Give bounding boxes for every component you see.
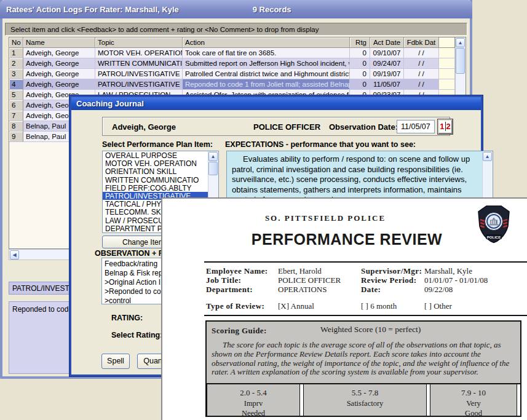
ratees-titlebar[interactable]: Ratees' Action Logs For Rater: Marshall,… [0,0,472,18]
document-title: PERFORMANCE REVIEW [248,231,445,248]
scroll-up-icon[interactable]: ▲ [483,152,492,161]
filler-cell [439,79,455,90]
action-cell: Submitted report on Jefferson High Schoo… [183,58,350,69]
window-performance-review: SO. PITTSFIELD POLICE PERFORMANCE REVIEW… [161,197,527,420]
observation-date-input[interactable]: 11/05/07 [397,120,435,133]
info-value: OPERATIONS [278,285,327,295]
fdbk-date-cell: / / [404,48,439,58]
score-range-cell: 7.9 - 10VeryGood [430,384,517,416]
name-cell: Adveigh, George [23,79,95,90]
info-label: Review Period: [361,275,416,285]
desktop: Ratees' Action Logs For Rater: Marshall,… [0,0,527,420]
badge-banner-text: POLICE [487,236,501,239]
rating-cell: 0 [350,69,370,79]
info-value: POLICE OFFICER [278,275,341,285]
rating-cell: 0 [350,48,370,58]
table-row[interactable]: 1Adveigh, GeorgeMOTOR VEH. OPERATIONTook… [9,48,455,58]
info-label: Job Title: [206,275,241,285]
info-value: 09/22/08 [424,285,453,295]
row-number-cell: 1 [9,48,23,58]
instruction-bar: Select item and click <Feedback> to add … [5,23,467,36]
filler-cell [439,69,455,79]
name-cell: Adveigh, George [23,58,95,69]
divider-line [204,261,527,263]
scroll-thumb[interactable] [208,162,218,175]
column-header[interactable]: Act Date [370,38,404,48]
type-option-other: [ ] Other [424,301,452,311]
table-row[interactable]: 2Adveigh, GeorgeWRITTEN COMMUNICATIOSubm… [9,58,455,69]
calendar-digit-1: 1 [440,122,444,131]
info-value: 01/01/07 - 01/01/08 [424,275,488,285]
spell-button[interactable]: Spell [101,354,130,369]
name-cell: Adveigh, George [23,48,95,58]
weighted-score-label: Weighted Score (10 = perfect) [320,325,421,335]
organization-name: SO. PITTSFIELD POLICE [242,213,408,223]
score-range-value: 2.0 - 5.4 [207,388,299,398]
rating-label: RATING: [111,314,143,322]
table-header-row: NoNameTopicActionRtgAct DateFdbk Dat [9,38,455,48]
filler-cell [439,48,455,58]
police-badge-icon: POLICE [473,205,515,245]
type-of-review-label: Type of Review: [206,301,264,311]
row-number-cell: 4 [9,79,23,90]
column-header[interactable]: Fdbk Dat [404,38,439,48]
act-date-cell: 09/19/07 [370,69,404,79]
table-row[interactable]: 4Adveigh, GeorgePATROL/INVESTIGATIVERepo… [9,79,455,90]
type-of-review-row: Type of Review: [X] Annual [ ] 6 month [… [206,301,526,311]
coaching-journal-title: Coaching Journal [76,99,144,108]
scroll-up-icon[interactable]: ▲ [208,152,218,161]
scoring-guide-box: Scoring Guide: Weighted Score (10 = perf… [205,320,521,417]
scoring-guide-paragraph: The score for each topic is the average … [212,341,514,377]
score-range-row: 2.0 - 5.4ImprvNeeded5.5 - 7.8Satisfactor… [207,383,520,416]
rating-cell: 0 [350,79,370,90]
fdbk-date-cell: / / [404,79,439,90]
instruction-text: Select item and click <Feedback> to add … [10,26,319,33]
action-cell: Patrolled Central district twice and Hig… [183,69,350,79]
plan-item-label: Select Performance Plan Item: [102,140,213,149]
column-header[interactable]: Rtg [350,38,370,48]
scroll-up-icon[interactable]: ▲ [456,38,465,47]
plan-list-item[interactable]: MOTOR VEH. OPERATION [103,159,208,167]
filler-cell [439,58,455,69]
fdbk-date-cell: / / [404,58,439,69]
column-header[interactable]: Name [23,38,95,48]
select-rating-label: Select Rating: [111,331,162,339]
score-range-label: Very [430,400,517,408]
column-header[interactable]: No [9,38,23,48]
record-count: 9 Records [253,5,291,14]
plan-list-item[interactable]: WRITTEN COMMUNICATIO [103,176,208,184]
calendar-icon[interactable]: 12 [438,119,453,134]
topic-cell: WRITTEN COMMUNICATIO [95,58,183,69]
expectations-label: EXPECTATIONS - performance that you want… [225,140,416,149]
column-header[interactable]: Topic [95,38,183,48]
row-number-cell: 6 [9,100,23,111]
scroll-left-icon[interactable]: ◀ [10,250,19,260]
info-row: Date:09/22/08 [361,285,526,294]
fdbk-date-cell: / / [404,69,439,79]
info-right-column: Supervisor/Mgr:Marshall, KyleReview Peri… [361,266,526,294]
name-cell: Adveigh, George [23,69,95,79]
action-cell: Reponded to code 1 from Joliet mall; ass… [183,79,350,90]
coaching-journal-titlebar[interactable]: Coaching Journal [71,97,481,110]
info-value: Marshall, Kyle [424,266,472,276]
scroll-thumb[interactable] [456,48,465,74]
plan-list-item[interactable]: OVERALL PURPOSE [103,151,208,159]
type-option-annual: [X] Annual [278,301,314,311]
act-date-cell: 09/10/07 [370,48,404,58]
employee-job-title: POLICE OFFICER [253,122,320,132]
score-range-label: Imprv [207,400,299,408]
score-range-label: Satisfactory [304,400,426,408]
act-date-cell: 11/05/07 [370,79,404,90]
score-range-label: Needed [207,410,299,418]
topic-cell: MOTOR VEH. OPERATION [95,48,183,58]
type-option-6month: [ ] 6 month [361,301,397,311]
column-header[interactable]: Action [183,38,350,48]
plan-list-item[interactable]: ORIENTATION SKILL [103,167,208,175]
table-row[interactable]: 3Adveigh, GeorgePATROL/INVESTIGATIVEPatr… [9,69,455,79]
info-label: Date: [361,285,381,295]
scoring-guide-section: Scoring Guide: Weighted Score (10 = perf… [207,322,520,383]
row-number-cell: 3 [9,69,23,79]
plan-list-item[interactable]: FIELD PERF:COG.ABLTY [103,184,208,192]
info-label: Supervisor/Mgr: [361,266,422,276]
column-header-filler [439,38,455,48]
